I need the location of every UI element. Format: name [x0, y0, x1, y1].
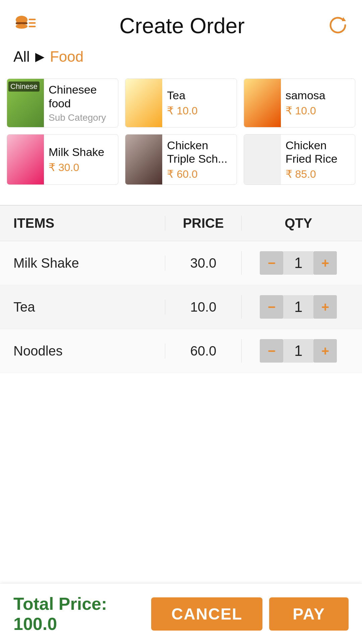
- menu-icon[interactable]: [13, 13, 37, 38]
- refresh-button[interactable]: [327, 14, 349, 37]
- product-price-tea: ₹ 10.0: [167, 104, 197, 117]
- product-grid: ChineseChinesee foodSub CategoryTea₹ 10.…: [0, 72, 362, 192]
- product-price-chicken-triple: ₹ 60.0: [167, 168, 232, 180]
- product-card-chicken-fried-rice[interactable]: Chicken Fried Rice₹ 85.0: [244, 134, 355, 185]
- product-card-chicken-triple[interactable]: Chicken Triple Sch...₹ 60.0: [125, 134, 237, 185]
- product-info-chicken-triple: Chicken Triple Sch...₹ 60.0: [162, 135, 236, 185]
- svg-rect-5: [29, 26, 36, 27]
- product-price-samosa: ₹ 10.0: [286, 104, 325, 117]
- qty-decrease-button[interactable]: −: [260, 251, 283, 275]
- total-label: Total Price:: [13, 594, 107, 613]
- order-item-qty: −1+: [241, 295, 355, 319]
- svg-rect-4: [29, 22, 36, 23]
- breadcrumb-food[interactable]: Food: [50, 48, 83, 65]
- order-item-qty: −1+: [241, 251, 355, 275]
- pay-button[interactable]: PAY: [269, 597, 349, 631]
- order-item-name: Noodles: [7, 343, 165, 359]
- qty-value: 1: [283, 251, 313, 275]
- order-rows: Milk Shake30.0−1+Tea10.0−1+Noodles60.0−1…: [0, 241, 362, 373]
- bottom-wave: [0, 373, 362, 386]
- table-row: Noodles60.0−1+: [0, 329, 362, 373]
- svg-rect-3: [29, 19, 36, 20]
- footer-buttons: CANCEL PAY: [151, 597, 349, 631]
- qty-increase-button[interactable]: +: [313, 339, 337, 363]
- total-value-num: 100.0: [13, 614, 57, 634]
- product-card-tea[interactable]: Tea₹ 10.0: [125, 78, 237, 127]
- col-qty-header: QTY: [241, 216, 355, 231]
- product-image-chicken-fried-rice: [244, 135, 281, 185]
- total-price: Total Price: 100.0: [13, 594, 151, 634]
- order-item-qty: −1+: [241, 339, 355, 363]
- product-info-samosa: samosa₹ 10.0: [281, 79, 330, 127]
- order-item-name: Milk Shake: [7, 256, 165, 271]
- product-image-milkshake: [7, 135, 44, 185]
- product-info-milkshake: Milk Shake₹ 30.0: [44, 135, 109, 185]
- svg-point-2: [16, 24, 27, 29]
- product-image-samosa: [244, 79, 281, 127]
- product-name-chicken-fried-rice: Chicken Fried Rice: [286, 139, 350, 166]
- product-info-tea: Tea₹ 10.0: [162, 79, 202, 127]
- qty-decrease-button[interactable]: −: [260, 339, 283, 363]
- product-name-milkshake: Milk Shake: [49, 145, 104, 159]
- qty-value: 1: [283, 295, 313, 319]
- product-image-chinese-food: Chinese: [7, 79, 44, 127]
- order-table-header: ITEMS PRICE QTY: [0, 206, 362, 241]
- col-items-header: ITEMS: [7, 216, 165, 231]
- product-name-chinese-food: Chinesee food: [49, 83, 113, 110]
- product-image-tea: [125, 79, 162, 127]
- order-item-name: Tea: [7, 300, 165, 315]
- product-price-milkshake: ₹ 30.0: [49, 161, 104, 174]
- breadcrumb-arrow: ▶: [35, 50, 45, 64]
- qty-value: 1: [283, 339, 313, 363]
- order-item-price: 10.0: [165, 300, 241, 315]
- order-item-price: 60.0: [165, 343, 241, 359]
- product-info-chicken-fried-rice: Chicken Fried Rice₹ 85.0: [281, 135, 355, 185]
- table-row: Tea10.0−1+: [0, 285, 362, 329]
- order-section: ITEMS PRICE QTY Milk Shake30.0−1+Tea10.0…: [0, 205, 362, 373]
- cancel-button[interactable]: CANCEL: [151, 597, 262, 631]
- product-name-tea: Tea: [167, 89, 197, 102]
- qty-increase-button[interactable]: +: [313, 251, 337, 275]
- table-row: Milk Shake30.0−1+: [0, 241, 362, 285]
- product-card-milkshake[interactable]: Milk Shake₹ 30.0: [7, 134, 118, 185]
- product-name-chicken-triple: Chicken Triple Sch...: [167, 139, 232, 166]
- qty-decrease-button[interactable]: −: [260, 295, 283, 319]
- svg-rect-1: [16, 22, 27, 24]
- product-info-chinese-food: Chinesee foodSub Category: [44, 79, 118, 127]
- breadcrumb-all[interactable]: All: [13, 48, 30, 65]
- product-subcategory-chinese-food: Sub Category: [49, 112, 113, 123]
- qty-increase-button[interactable]: +: [313, 295, 337, 319]
- product-card-chinese-food[interactable]: ChineseChinesee foodSub Category: [7, 78, 118, 127]
- header: Create Order: [0, 0, 362, 45]
- category-label: Chinese: [8, 82, 40, 92]
- footer: Total Price: 100.0 CANCEL PAY: [0, 583, 362, 644]
- col-price-header: PRICE: [165, 216, 241, 231]
- breadcrumb: All ▶ Food: [0, 45, 362, 72]
- product-price-chicken-fried-rice: ₹ 85.0: [286, 168, 350, 180]
- product-image-chicken-triple: [125, 135, 162, 185]
- order-item-price: 30.0: [165, 256, 241, 271]
- product-card-samosa[interactable]: samosa₹ 10.0: [244, 78, 355, 127]
- page-title: Create Order: [119, 13, 244, 38]
- product-name-samosa: samosa: [286, 89, 325, 102]
